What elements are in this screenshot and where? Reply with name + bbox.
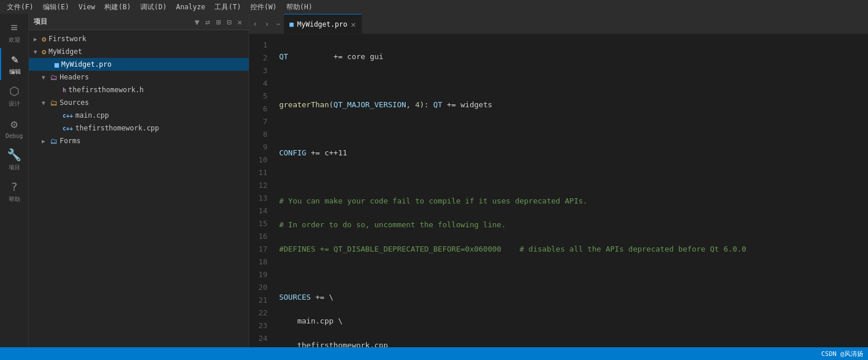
close-panel-btn[interactable]: ✕ [236, 17, 244, 27]
filter-btn[interactable]: ▼ [193, 17, 201, 27]
cpp-icon-main: c++ [63, 112, 73, 119]
tree-item-mywidget[interactable]: ▼ ⚙ MyWidget [29, 45, 249, 58]
label-firstwork: Firstwork [49, 35, 249, 43]
tree-item-main-cpp[interactable]: c++ main.cpp [29, 109, 249, 122]
code-line-6 [279, 170, 863, 183]
edit-label: 编辑 [9, 68, 21, 76]
menu-edit[interactable]: 编辑(E) [38, 1, 74, 13]
arrow-hw-cpp [54, 125, 63, 132]
code-line-13: thefirsthomework.cpp [279, 339, 863, 348]
arrow-firstwork: ▶ [34, 36, 42, 42]
tree-item-h-file[interactable]: h thefirsthomework.h [29, 83, 249, 96]
code-line-9: #DEFINES += QT_DISABLE_DEPRECATED_BEFORE… [279, 243, 863, 256]
tree-item-firstwork[interactable]: ▶ ⚙ Firstwork [29, 32, 249, 45]
help-label: 帮助 [9, 195, 20, 203]
sources-folder-icon: 🗂 [50, 99, 57, 107]
label-headers: Headers [60, 73, 249, 81]
code-line-3: greaterThan(QT_MAJOR_VERSION, 4): QT += … [279, 99, 863, 111]
menu-build[interactable]: 构建(B) [100, 1, 136, 13]
label-forms: Forms [60, 137, 249, 145]
welcome-icon: ≡ [10, 20, 17, 34]
arrow-sources: ▼ [42, 100, 50, 106]
panel-title: 项目 [34, 17, 48, 27]
menu-analyze[interactable]: Analyze [172, 2, 210, 12]
collapse-btn[interactable]: ⊟ [225, 17, 233, 27]
expand-btn[interactable]: ⊞ [214, 17, 223, 27]
line-numbers: 12345 678910 1112131415 1617181920 21222… [249, 39, 275, 343]
tree-item-mywidgetpro[interactable]: ■ MyWidget.pro [29, 58, 249, 71]
label-main-cpp: main.cpp [75, 111, 249, 119]
sidebar-welcome[interactable]: ≡ 欢迎 [0, 16, 29, 48]
folder-icon-mywidget: ⚙ [42, 48, 46, 56]
menu-help[interactable]: 帮助(H) [282, 1, 318, 13]
tab-label: MyWidget.pro [297, 20, 348, 28]
arrow-h-file [54, 87, 63, 93]
debug-icon: ⚙ [10, 117, 17, 131]
project-icon: 🔧 [7, 148, 21, 162]
label-sources: Sources [60, 99, 249, 107]
headers-folder-icon: 🗂 [50, 73, 57, 82]
code-line-11: SOURCES += \ [279, 291, 863, 304]
design-label: 设计 [9, 100, 20, 108]
tree-view: ▶ ⚙ Firstwork ▼ ⚙ MyWidget ■ MyWidget.pr… [29, 30, 249, 347]
project-label: 项目 [9, 163, 20, 172]
arrow-main-cpp [54, 112, 63, 119]
tree-item-headers[interactable]: ▼ 🗂 Headers [29, 71, 249, 83]
sidebar-debug[interactable]: ⚙ Debug [0, 112, 29, 144]
editor-area: ‹ › ⋯ ■ MyWidget.pro ✕ 12345 678910 1112… [249, 14, 868, 347]
sidebar-design[interactable]: ⬡ 设计 [0, 80, 29, 112]
tree-item-sources[interactable]: ▼ 🗂 Sources [29, 96, 249, 109]
cpp-icon-hw: c++ [63, 125, 73, 132]
tab-nav-prev[interactable]: ‹ [249, 14, 261, 34]
forms-folder-icon: 🗂 [50, 137, 57, 146]
edit-icon: ✎ [11, 52, 18, 66]
tab-mywidgetpro[interactable]: ■ MyWidget.pro ✕ [284, 14, 362, 34]
tab-bar: ‹ › ⋯ ■ MyWidget.pro ✕ [249, 14, 868, 34]
code-line-1: QT += core gui [279, 50, 863, 63]
tab-nav-next[interactable]: › [261, 14, 272, 34]
sidebar-project[interactable]: 🔧 项目 [0, 144, 29, 176]
menu-view[interactable]: View [74, 2, 100, 12]
design-icon: ⬡ [9, 84, 19, 98]
code-line-4 [279, 122, 863, 135]
label-mywidgetpro: MyWidget.pro [61, 60, 249, 68]
tree-item-forms[interactable]: ▶ 🗂 Forms [29, 134, 249, 147]
code-line-12: main.cpp \ [279, 315, 863, 328]
code-line-2 [279, 74, 863, 87]
debug-label: Debug [5, 133, 23, 139]
menu-debug[interactable]: 调试(D) [136, 1, 172, 13]
code-line-5: CONFIG += c++11 [279, 147, 863, 159]
help-icon: ? [10, 180, 17, 194]
menu-tools[interactable]: 工具(T) [210, 1, 246, 13]
arrow-forms: ▶ [42, 138, 50, 144]
label-mywidget: MyWidget [49, 48, 249, 56]
folder-icon-firstwork: ⚙ [42, 35, 46, 43]
code-line-8: # In order to do so, uncomment the follo… [279, 219, 863, 231]
status-text: CSDN @风清扬 [821, 350, 863, 358]
sync-btn[interactable]: ⇄ [203, 17, 211, 27]
sidebar-help[interactable]: ? 帮助 [0, 176, 29, 208]
status-bar: CSDN @风清扬 [0, 347, 868, 360]
sidebar-edit[interactable]: ✎ 编辑 [0, 48, 29, 80]
tab-nav-list[interactable]: ⋯ [273, 14, 284, 34]
tab-close-btn[interactable]: ✕ [351, 20, 355, 28]
arrow-mywidget: ▼ [34, 49, 42, 55]
pro-icon: ■ [54, 60, 59, 69]
panel-actions: ▼ ⇄ ⊞ ⊟ ✕ [193, 17, 244, 27]
h-file-icon: h [63, 87, 66, 93]
menu-file[interactable]: 文件(F) [2, 1, 38, 13]
tree-item-hw-cpp[interactable]: c++ thefirsthomework.cpp [29, 122, 249, 134]
code-editor[interactable]: 12345 678910 1112131415 1617181920 21222… [249, 34, 868, 347]
tab-pro-icon: ■ [290, 20, 294, 28]
welcome-label: 欢迎 [9, 36, 20, 44]
arrow-mywidgetpro [46, 61, 54, 68]
project-panel: 项目 ▼ ⇄ ⊞ ⊟ ✕ ▶ ⚙ Firstwork ▼ ⚙ MyWidget [29, 14, 249, 347]
label-h-file: thefirsthomework.h [68, 86, 249, 94]
sidebar-icons: ≡ 欢迎 ✎ 编辑 ⬡ 设计 ⚙ Debug 🔧 项目 ? 帮助 [0, 14, 29, 347]
code-line-7: # You can make your code fail to compile… [279, 195, 863, 208]
menu-controls[interactable]: 控件(W) [246, 1, 282, 13]
main-layout: ≡ 欢迎 ✎ 编辑 ⬡ 设计 ⚙ Debug 🔧 项目 ? 帮助 项目 ▼ [0, 14, 868, 347]
panel-header: 项目 ▼ ⇄ ⊞ ⊟ ✕ [29, 14, 249, 30]
code-content: QT += core gui greaterThan(QT_MAJOR_VERS… [275, 39, 868, 343]
label-hw-cpp: thefirsthomework.cpp [75, 124, 249, 132]
